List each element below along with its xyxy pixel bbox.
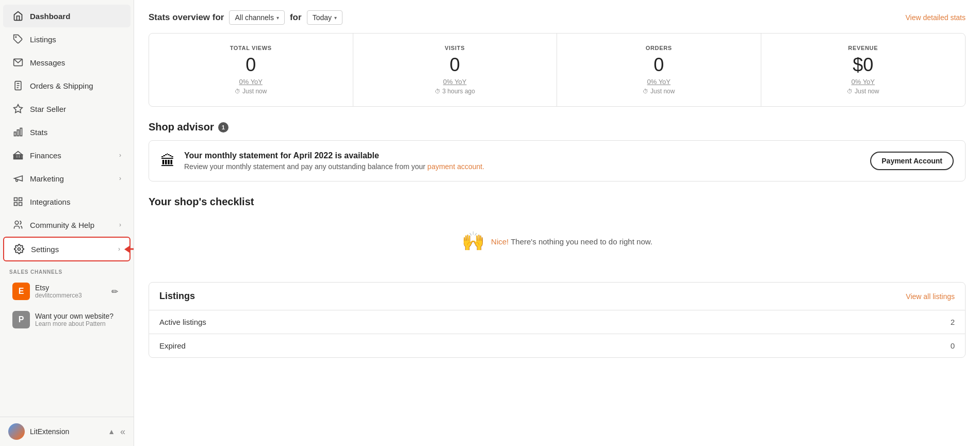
- stat-time: ⏱ Just now: [567, 88, 750, 95]
- channel-dropdown-value: All channels: [235, 13, 274, 22]
- sidebar-item-messages[interactable]: Messages: [3, 51, 130, 74]
- etsy-channel[interactable]: E Etsy devlitcommerce3 ✏: [3, 277, 130, 305]
- chevron-right-icon: ›: [118, 245, 120, 253]
- etsy-channel-name: Etsy: [35, 284, 103, 292]
- svg-rect-5: [17, 130, 19, 136]
- stat-yoy[interactable]: 0% YoY: [364, 78, 547, 86]
- period-dropdown[interactable]: Today ▾: [307, 10, 342, 25]
- sidebar-item-label: Messages: [30, 58, 121, 67]
- etsy-badge: E: [12, 283, 30, 300]
- stat-label: TOTAL VIEWS: [159, 45, 342, 51]
- sidebar-item-label: Settings: [31, 245, 112, 254]
- listings-section: Listings View all listings Active listin…: [149, 282, 966, 358]
- etsy-channel-info: Etsy devlitcommerce3: [35, 284, 103, 299]
- collapse-sidebar-button[interactable]: «: [120, 426, 125, 437]
- payment-account-link[interactable]: payment account.: [428, 162, 485, 171]
- mail-icon: [12, 57, 24, 68]
- pattern-channel-sub: Learn more about Pattern: [35, 320, 121, 327]
- chevron-up-icon: ▲: [108, 427, 115, 436]
- svg-rect-9: [22, 155, 23, 158]
- advisor-card: 🏛 Your monthly statement for April 2022 …: [149, 140, 966, 181]
- sidebar-item-stats[interactable]: Stats: [3, 121, 130, 143]
- stat-card-total-views: TOTAL VIEWS 0 0% YoY ⏱ Just now: [149, 34, 353, 106]
- checklist-empty: 🙌 Nice! There's nothing you need to do r…: [149, 215, 966, 268]
- svg-rect-12: [20, 155, 21, 158]
- stat-yoy[interactable]: 0% YoY: [567, 78, 750, 86]
- sidebar-item-star-seller[interactable]: Star Seller: [3, 97, 130, 120]
- stat-value: 0: [159, 54, 342, 76]
- stat-yoy[interactable]: 0% YoY: [159, 78, 342, 86]
- stat-card-revenue: REVENUE $0 0% YoY ⏱ Just now: [761, 34, 966, 106]
- svg-rect-16: [14, 203, 18, 206]
- payment-account-button[interactable]: Payment Account: [870, 152, 954, 170]
- stat-card-visits: VISITS 0 0% YoY ⏱ 3 hours ago: [353, 34, 558, 106]
- pattern-channel-info: Want your own website? Learn more about …: [35, 312, 121, 327]
- advisor-content: Your monthly statement for April 2022 is…: [184, 151, 861, 171]
- stat-yoy[interactable]: 0% YoY: [772, 78, 955, 86]
- stats-cards: TOTAL VIEWS 0 0% YoY ⏱ Just now VISITS 0…: [149, 33, 966, 107]
- sidebar-item-label: Stats: [30, 128, 121, 137]
- home-icon: [12, 10, 24, 22]
- sidebar-item-label: Marketing: [30, 174, 113, 183]
- shop-advisor-title: Shop advisor 1: [149, 121, 966, 133]
- bank-building-icon: 🏛: [160, 153, 175, 170]
- advisor-desc: Review your monthly statement and pay an…: [184, 162, 861, 171]
- listings-title: Listings: [159, 291, 195, 302]
- svg-rect-15: [19, 198, 22, 201]
- sidebar: Dashboard Listings Messages Orders & Shi…: [0, 0, 134, 446]
- checklist-message: Nice! There's nothing you need to do rig…: [491, 237, 652, 246]
- checklist-section: Your shop's checklist 🙌 Nice! There's no…: [149, 196, 966, 268]
- footer-label: LitExtension: [30, 427, 103, 436]
- sidebar-item-dashboard[interactable]: Dashboard: [3, 5, 130, 27]
- checklist-title: Your shop's checklist: [149, 196, 966, 208]
- stat-value: $0: [772, 54, 955, 76]
- sidebar-item-label: Integrations: [30, 197, 121, 206]
- svg-rect-6: [20, 128, 22, 136]
- stat-label: ORDERS: [567, 45, 750, 51]
- pattern-channel-name: Want your own website?: [35, 312, 121, 320]
- sidebar-item-settings[interactable]: Settings ›: [3, 237, 130, 261]
- megaphone-icon: [12, 173, 24, 184]
- sidebar-item-label: Dashboard: [30, 12, 121, 21]
- view-all-listings-link[interactable]: View all listings: [906, 292, 955, 301]
- grid-icon: [12, 196, 24, 207]
- sidebar-item-integrations[interactable]: Integrations: [3, 190, 130, 213]
- sidebar-item-marketing[interactable]: Marketing ›: [3, 167, 130, 190]
- sidebar-item-community-help[interactable]: Community & Help ›: [3, 213, 130, 236]
- litextension-logo: [8, 423, 25, 440]
- main-content: Stats overview for All channels ▾ for To…: [134, 0, 980, 446]
- stats-overview-title: Stats overview for: [149, 12, 224, 23]
- svg-rect-4: [14, 132, 16, 136]
- svg-rect-11: [15, 155, 17, 158]
- chevron-down-icon: ▾: [276, 15, 279, 21]
- clipboard-icon: [12, 80, 24, 91]
- sidebar-item-label: Orders & Shipping: [30, 81, 121, 90]
- sidebar-item-finances[interactable]: Finances ›: [3, 144, 130, 167]
- svg-marker-13: [14, 152, 23, 155]
- svg-rect-14: [14, 198, 18, 201]
- stat-value: 0: [567, 54, 750, 76]
- svg-point-0: [15, 37, 17, 38]
- view-detailed-stats-link[interactable]: View detailed stats: [906, 13, 966, 22]
- svg-marker-3: [14, 105, 23, 113]
- listing-count: 2: [951, 318, 955, 326]
- stat-value: 0: [364, 54, 547, 76]
- stat-card-orders: ORDERS 0 0% YoY ⏱ Just now: [557, 34, 761, 106]
- pattern-badge: P: [12, 311, 30, 328]
- clock-icon: ⏱: [847, 88, 853, 94]
- gear-icon: [13, 243, 25, 255]
- stat-time: ⏱ 3 hours ago: [364, 88, 547, 95]
- svg-point-18: [15, 221, 19, 225]
- clock-icon: ⏱: [235, 88, 240, 94]
- advisor-title: Your monthly statement for April 2022 is…: [184, 151, 861, 160]
- svg-rect-17: [19, 203, 22, 206]
- bar-chart-icon: [12, 126, 24, 138]
- sidebar-item-orders-shipping[interactable]: Orders & Shipping: [3, 74, 130, 97]
- tag-icon: [12, 34, 24, 45]
- stat-label: VISITS: [364, 45, 547, 51]
- channel-dropdown[interactable]: All channels ▾: [229, 10, 285, 25]
- sidebar-item-listings[interactable]: Listings: [3, 28, 130, 51]
- pattern-channel[interactable]: P Want your own website? Learn more abou…: [3, 306, 130, 334]
- sidebar-item-label: Finances: [30, 151, 113, 160]
- etsy-edit-button[interactable]: ✏: [108, 285, 121, 299]
